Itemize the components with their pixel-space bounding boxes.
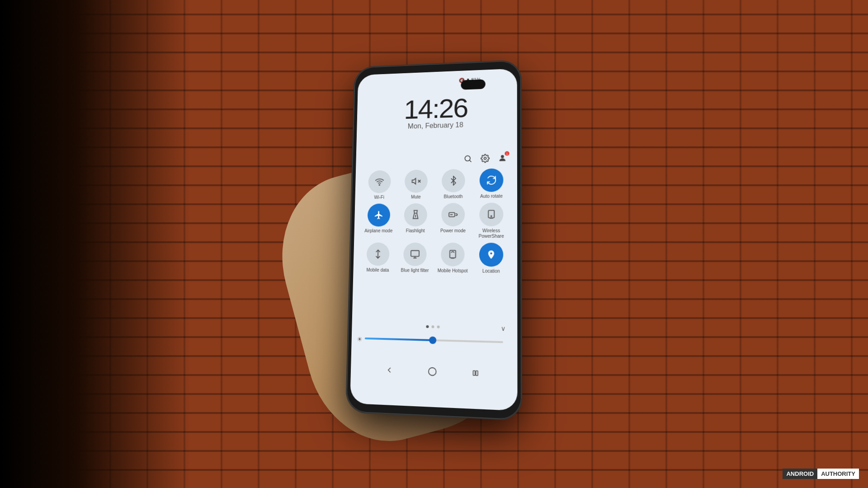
brightness-fill xyxy=(365,338,433,341)
svg-point-0 xyxy=(465,156,470,161)
svg-marker-5 xyxy=(412,178,415,184)
svg-rect-18 xyxy=(476,371,477,375)
location-label: Location xyxy=(482,268,500,274)
scene: 🔇 ▮ 81% 14:26 Mon, February 18 xyxy=(0,0,868,488)
page-dot-1 xyxy=(426,325,429,328)
brightness-thumb xyxy=(429,337,436,344)
back-button[interactable] xyxy=(380,361,398,380)
svg-rect-14 xyxy=(411,250,419,256)
bluelight-label: Blue light filter xyxy=(401,267,429,273)
phone-screen: 🔇 ▮ 81% 14:26 Mon, February 18 xyxy=(350,68,517,411)
settings-icon[interactable] xyxy=(480,153,491,164)
mobiledata-icon xyxy=(367,243,390,266)
svg-point-12 xyxy=(491,216,492,216)
watermark: ANDROID AUTHORITY xyxy=(783,469,859,479)
bluetooth-icon xyxy=(442,169,465,192)
autorotate-icon xyxy=(480,169,504,192)
svg-rect-17 xyxy=(473,371,475,375)
autorotate-label: Auto rotate xyxy=(480,193,503,199)
tile-bluelight[interactable]: Blue light filter xyxy=(399,243,431,273)
qs-header: 1 xyxy=(462,153,508,164)
tile-mute[interactable]: Mute xyxy=(400,169,432,200)
clock-area: 14:26 Mon, February 18 xyxy=(357,90,517,132)
notification-badge: 1 xyxy=(505,151,509,156)
wireless-label: Wireless PowerShare xyxy=(475,228,508,239)
powermode-icon xyxy=(441,203,465,226)
account-icon[interactable]: 1 xyxy=(497,153,508,164)
phone-wrapper: 🔇 ▮ 81% 14:26 Mon, February 18 xyxy=(348,77,520,411)
navigation-bar xyxy=(350,343,518,401)
page-indicators: ∨ xyxy=(352,324,517,330)
hand-container: 🔇 ▮ 81% 14:26 Mon, February 18 xyxy=(348,77,520,411)
search-icon[interactable] xyxy=(462,153,473,164)
watermark-authority: AUTHORITY xyxy=(817,469,859,479)
airplane-label: Airplane mode xyxy=(364,228,392,234)
hotspot-label: Mobile Hotspot xyxy=(438,268,468,274)
wifi-icon xyxy=(368,170,391,193)
home-button[interactable] xyxy=(423,362,442,381)
tile-location[interactable]: Location xyxy=(475,243,508,274)
hotspot-icon xyxy=(441,243,465,267)
bluelight-icon xyxy=(403,243,427,266)
qs-row-1: Wi-Fi Mute xyxy=(362,168,510,200)
page-dot-3 xyxy=(437,325,440,328)
phone-device: 🔇 ▮ 81% 14:26 Mon, February 18 xyxy=(346,61,521,420)
flashlight-label: Flashlight xyxy=(406,228,425,234)
svg-point-16 xyxy=(429,367,436,375)
flashlight-icon xyxy=(404,203,428,226)
powermode-label: Power mode xyxy=(440,228,466,234)
svg-point-3 xyxy=(501,155,504,158)
tile-bluetooth[interactable]: Bluetooth xyxy=(437,169,470,200)
bluetooth-label: Bluetooth xyxy=(444,194,463,199)
wireless-icon xyxy=(479,202,503,226)
mute-icon xyxy=(405,169,428,192)
wifi-label: Wi-Fi xyxy=(374,195,384,200)
tile-autorotate[interactable]: Auto rotate xyxy=(475,168,508,199)
qs-row-3: Mobile data Blue light filter xyxy=(360,243,510,274)
svg-point-4 xyxy=(379,184,380,185)
tile-powermode[interactable]: Power mode xyxy=(437,203,470,239)
tile-hotspot[interactable]: Mobile Hotspot xyxy=(436,243,469,274)
svg-point-2 xyxy=(484,157,486,160)
svg-line-1 xyxy=(470,160,472,162)
tile-flashlight[interactable]: Flashlight xyxy=(399,203,432,239)
brightness-slider[interactable] xyxy=(365,338,503,343)
status-bar: 🔇 ▮ 81% xyxy=(358,72,517,90)
qs-row-2: Airplane mode Flashlight xyxy=(361,202,510,239)
watermark-android: ANDROID xyxy=(783,469,817,479)
tile-wifi[interactable]: Wi-Fi xyxy=(363,170,395,201)
brightness-low-icon: ☀ xyxy=(357,335,363,343)
recents-button[interactable] xyxy=(467,363,486,383)
airplane-icon xyxy=(368,203,391,226)
camera-hole xyxy=(461,80,485,90)
location-icon xyxy=(479,243,503,267)
mute-label: Mute xyxy=(411,194,421,200)
page-dot-2 xyxy=(431,325,434,328)
tile-airplane[interactable]: Airplane mode xyxy=(363,203,395,239)
mobiledata-label: Mobile data xyxy=(366,267,389,273)
quick-settings-grid: Wi-Fi Mute xyxy=(360,168,510,278)
expand-chevron[interactable]: ∨ xyxy=(501,324,505,332)
tile-wireless[interactable]: Wireless PowerShare xyxy=(475,202,508,239)
tile-mobiledata[interactable]: Mobile data xyxy=(362,243,394,273)
